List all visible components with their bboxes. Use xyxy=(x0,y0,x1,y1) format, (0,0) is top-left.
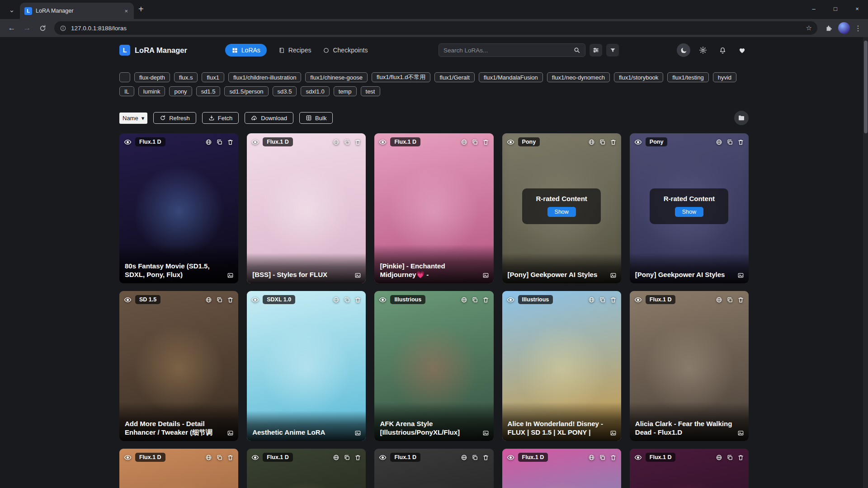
copy-icon[interactable] xyxy=(344,454,350,461)
tab-loras[interactable]: LoRAs xyxy=(225,44,267,56)
copy-icon[interactable] xyxy=(344,296,350,303)
tag-chip[interactable]: flux1 xyxy=(202,72,224,82)
trash-icon[interactable] xyxy=(482,296,489,303)
tag-chip[interactable]: flux1/chinese-goose xyxy=(305,72,368,82)
window-close-button[interactable]: × xyxy=(846,0,868,17)
tag-chip[interactable]: flux1/storybook xyxy=(614,72,663,82)
eye-icon[interactable] xyxy=(634,454,642,461)
trash-icon[interactable] xyxy=(354,454,361,461)
tag-chip[interactable]: flux-depth xyxy=(134,72,170,82)
window-maximize-button[interactable]: □ xyxy=(825,0,846,17)
tag-chip[interactable]: flux1/testing xyxy=(667,72,708,82)
lora-card[interactable]: SD 1.5 Add More Details - Detail Enhance… xyxy=(119,291,238,441)
refresh-button[interactable]: Refresh xyxy=(153,112,196,124)
window-minimize-button[interactable]: – xyxy=(803,0,825,17)
lora-card[interactable]: Illustrious Alice In Wonderland! Disney … xyxy=(502,291,621,441)
sort-settings-button[interactable] xyxy=(590,44,602,56)
copy-icon[interactable] xyxy=(726,139,733,145)
eye-icon[interactable] xyxy=(507,454,514,461)
eye-icon[interactable] xyxy=(507,138,514,146)
tab-close-icon[interactable]: × xyxy=(123,8,129,14)
tag-chip[interactable]: flux1/children-illustration xyxy=(228,72,301,82)
show-button[interactable]: Show xyxy=(547,207,576,217)
tag-chip[interactable]: flux.s xyxy=(174,72,198,82)
eye-icon[interactable] xyxy=(251,454,259,461)
image-icon[interactable] xyxy=(227,272,234,279)
trash-icon[interactable] xyxy=(354,139,361,145)
tab-recipes[interactable]: Recipes xyxy=(278,47,311,54)
lora-card[interactable]: Flux.1 D Alicia Clark - Fear the Walking… xyxy=(630,291,749,441)
trash-icon[interactable] xyxy=(227,139,234,145)
globe-icon[interactable] xyxy=(588,296,595,303)
tag-chip[interactable]: hyvid xyxy=(713,72,736,82)
download-button[interactable]: Download xyxy=(245,112,293,124)
globe-icon[interactable] xyxy=(205,454,212,461)
open-folder-button[interactable] xyxy=(734,111,749,125)
copy-icon[interactable] xyxy=(599,139,606,145)
copy-icon[interactable] xyxy=(726,454,733,461)
tag-chip[interactable]: pony xyxy=(169,86,192,96)
tag-chip[interactable]: sd1.5/person xyxy=(224,86,268,96)
eye-icon[interactable] xyxy=(634,138,642,146)
globe-icon[interactable] xyxy=(716,454,722,461)
search-icon[interactable] xyxy=(573,47,580,54)
image-icon[interactable] xyxy=(354,272,361,279)
globe-icon[interactable] xyxy=(588,139,595,145)
tag-chip[interactable]: flux1/MandalaFusion xyxy=(479,72,543,82)
tag-chip[interactable]: IL xyxy=(119,86,134,96)
globe-icon[interactable] xyxy=(205,139,212,145)
copy-icon[interactable] xyxy=(216,454,223,461)
image-icon[interactable] xyxy=(354,430,361,436)
lora-card[interactable]: Flux.1 D 80s Fantasy Movie (SD1.5, SDXL,… xyxy=(119,133,238,283)
show-button[interactable]: Show xyxy=(675,207,703,217)
copy-icon[interactable] xyxy=(344,139,350,145)
trash-icon[interactable] xyxy=(610,454,617,461)
tag-chip[interactable]: sd3.5 xyxy=(273,86,297,96)
scrollbar-thumb[interactable] xyxy=(864,41,868,133)
tab-checkpoints[interactable]: Checkpoints xyxy=(323,47,368,54)
trash-icon[interactable] xyxy=(227,296,234,303)
copy-icon[interactable] xyxy=(472,454,478,461)
copy-icon[interactable] xyxy=(216,296,223,303)
profile-avatar[interactable] xyxy=(838,22,850,34)
lora-card[interactable]: Pony R-rated Content Show [Pony] Geekpow… xyxy=(630,133,749,283)
lora-card[interactable]: Flux.1 D [Pinkie] - Enchanted Midjourney… xyxy=(374,133,493,283)
lora-card[interactable]: Flux.1 D xyxy=(374,449,493,488)
tag-chip[interactable]: sdxl1.0 xyxy=(301,86,329,96)
tag-chip[interactable]: lumink xyxy=(138,86,165,96)
sort-select[interactable]: Name ▾ xyxy=(119,113,147,124)
eye-icon[interactable] xyxy=(634,296,642,304)
fetch-button[interactable]: Fetch xyxy=(202,112,239,124)
lora-card[interactable]: Flux.1 D xyxy=(119,449,238,488)
eye-icon[interactable] xyxy=(507,296,514,304)
browser-menu-icon[interactable]: ⋮ xyxy=(853,24,863,33)
trash-icon[interactable] xyxy=(482,139,489,145)
favorites-button[interactable] xyxy=(735,43,749,57)
notifications-button[interactable] xyxy=(716,43,729,57)
theme-toggle-button[interactable] xyxy=(677,43,690,57)
copy-icon[interactable] xyxy=(216,139,223,145)
trash-icon[interactable] xyxy=(482,454,489,461)
globe-icon[interactable] xyxy=(461,139,467,145)
trash-icon[interactable] xyxy=(610,139,617,145)
tag-chip[interactable]: test xyxy=(361,86,380,96)
image-icon[interactable] xyxy=(610,430,617,436)
globe-icon[interactable] xyxy=(716,139,722,145)
image-icon[interactable] xyxy=(737,272,744,279)
lora-card[interactable]: Illustrious AFK Arena Style [Illustrious… xyxy=(374,291,493,441)
lora-card[interactable]: Flux.1 D xyxy=(630,449,749,488)
filter-button[interactable] xyxy=(606,44,619,56)
trash-icon[interactable] xyxy=(354,296,361,303)
globe-icon[interactable] xyxy=(461,296,467,303)
bookmark-star-icon[interactable]: ☆ xyxy=(806,24,812,32)
lora-card[interactable]: Pony R-rated Content Show [Pony] Geekpow… xyxy=(502,133,621,283)
forward-button[interactable]: → xyxy=(20,21,34,35)
globe-icon[interactable] xyxy=(588,454,595,461)
lora-card[interactable]: Flux.1 D [BSS] - Styles for FLUX xyxy=(247,133,366,283)
address-bar[interactable]: 127.0.0.1:8188/loras ☆ xyxy=(54,21,817,35)
image-icon[interactable] xyxy=(482,430,489,436)
settings-button[interactable] xyxy=(696,43,710,57)
tag-chip[interactable]: sd1.5 xyxy=(196,86,221,96)
extensions-icon[interactable] xyxy=(822,21,835,35)
eye-icon[interactable] xyxy=(251,296,259,304)
